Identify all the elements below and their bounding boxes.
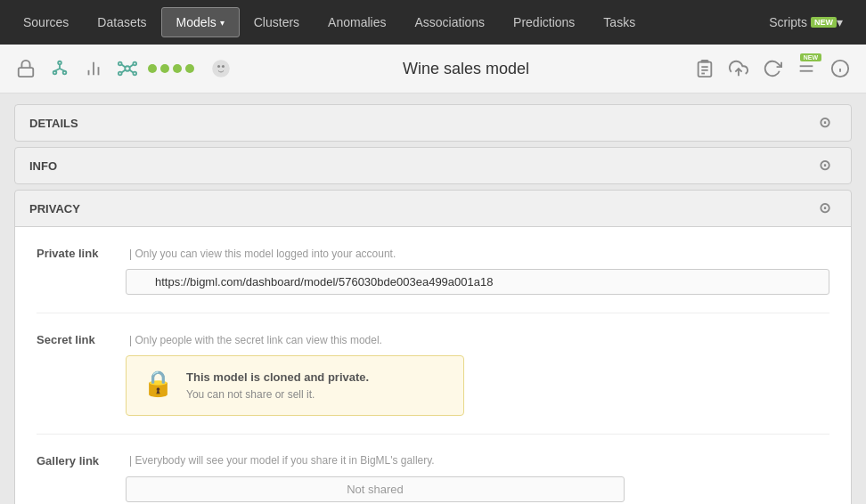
private-link-row: Private link | Only you can view this mo… (37, 245, 829, 313)
clone-notice-title: This model is cloned and private. (186, 369, 369, 386)
compare-new-badge: NEW (800, 53, 821, 61)
privacy-label: PRIVACY (29, 202, 80, 215)
details-label: DETAILS (29, 117, 78, 130)
info-chevron: ⊙ (819, 157, 837, 175)
gallery-link-description: | Everybody will see your model if you s… (129, 452, 435, 467)
scripts-dropdown-arrow: ▾ (837, 15, 843, 29)
details-header[interactable]: DETAILS ⊙ (15, 105, 851, 141)
info-label: INFO (29, 159, 57, 173)
secret-link-description: | Only people with the secret link can v… (129, 332, 382, 346)
svg-point-19 (212, 60, 230, 77)
svg-point-20 (217, 65, 220, 68)
svg-rect-22 (699, 62, 712, 77)
gallery-not-shared: Not shared (126, 476, 625, 502)
info-icon[interactable] (827, 55, 854, 82)
clone-lock-icon: 🔒 (143, 369, 174, 398)
svg-point-2 (53, 71, 57, 75)
nav-models-label: Models (176, 15, 216, 29)
chart-icon[interactable] (80, 55, 107, 82)
nav-predictions[interactable]: Predictions (499, 0, 589, 45)
gallery-link-label: Gallery link (37, 452, 126, 467)
svg-point-3 (63, 71, 67, 75)
secret-link-row: Secret link | Only people with the secre… (37, 331, 829, 435)
scripts-new-badge: NEW (811, 17, 837, 28)
svg-point-13 (118, 72, 122, 76)
svg-point-11 (118, 62, 122, 66)
upload-icon[interactable] (725, 55, 752, 82)
svg-point-12 (133, 62, 136, 66)
svg-rect-0 (19, 68, 34, 77)
network-icon[interactable] (114, 55, 141, 82)
private-link-input[interactable] (126, 269, 829, 295)
svg-point-10 (125, 66, 130, 71)
clipboard-icon[interactable] (691, 55, 718, 82)
privacy-chevron: ⊙ (819, 199, 837, 217)
svg-line-16 (130, 64, 134, 67)
private-link-description: | Only you can view this model logged in… (129, 246, 396, 260)
svg-line-18 (130, 70, 134, 73)
secret-link-label: Secret link (37, 331, 126, 346)
info-header[interactable]: INFO ⊙ (15, 148, 851, 183)
info-section: INFO ⊙ (14, 147, 852, 184)
status-dot-3 (173, 64, 182, 73)
details-section: DETAILS ⊙ (14, 104, 852, 142)
privacy-section: PRIVACY ⊙ Private link | Only you can vi… (14, 190, 852, 504)
status-dot-4 (185, 64, 194, 73)
nav-anomalies[interactable]: Anomalies (314, 0, 400, 45)
toolbar-right: NEW (691, 55, 854, 82)
privacy-header[interactable]: PRIVACY ⊙ (15, 191, 851, 226)
gallery-link-row: Gallery link | Everybody will see your m… (37, 452, 829, 505)
refresh-icon[interactable] (759, 55, 786, 82)
compare-icon[interactable]: NEW (793, 55, 820, 82)
nav-datasets[interactable]: Datasets (83, 0, 160, 45)
lock-icon[interactable] (12, 55, 39, 82)
svg-line-5 (55, 69, 61, 71)
svg-point-1 (58, 61, 61, 65)
svg-line-15 (122, 64, 126, 67)
private-link-label: Private link (37, 245, 126, 260)
nav-clusters[interactable]: Clusters (240, 0, 314, 45)
model-face-icon (205, 53, 237, 85)
scripts-label: Scripts (769, 15, 807, 29)
clone-notice-subtitle: You can not share or sell it. (186, 386, 369, 402)
clone-notice-text: This model is cloned and private. You ca… (186, 369, 369, 402)
nav-tasks[interactable]: Tasks (589, 0, 650, 45)
svg-point-14 (133, 72, 136, 76)
nav-associations[interactable]: Associations (400, 0, 499, 45)
svg-line-6 (60, 69, 65, 71)
status-dot-2 (160, 64, 169, 73)
nav-right: Scripts NEW ▾ (755, 0, 857, 45)
toolbar: Wine sales model (0, 45, 866, 93)
status-dot-1 (148, 64, 157, 73)
models-dropdown-arrow: ▾ (220, 18, 225, 28)
svg-point-21 (222, 65, 225, 68)
nav-scripts[interactable]: Scripts NEW ▾ (755, 0, 857, 45)
main-content: DETAILS ⊙ INFO ⊙ PRIVACY ⊙ Private link … (0, 93, 866, 504)
model-tree-icon[interactable] (46, 55, 73, 82)
page-title: Wine sales model (248, 60, 684, 78)
navbar: Sources Datasets Models ▾ Clusters Anoma… (0, 0, 866, 45)
nav-sources[interactable]: Sources (9, 0, 83, 45)
svg-line-17 (122, 70, 126, 73)
nav-models[interactable]: Models ▾ (161, 7, 240, 37)
status-dots (148, 64, 194, 73)
clone-notice: 🔒 This model is cloned and private. You … (126, 355, 464, 416)
nav-items-left: Sources Datasets Models ▾ Clusters Anoma… (9, 0, 755, 45)
privacy-content: Private link | Only you can view this mo… (15, 226, 851, 504)
details-chevron: ⊙ (819, 114, 837, 132)
